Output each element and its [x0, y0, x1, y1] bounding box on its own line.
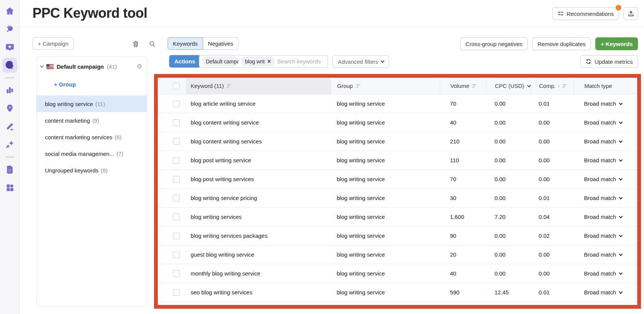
- actions-button[interactable]: Actions: [169, 55, 200, 68]
- tab-keywords[interactable]: Keywords: [168, 37, 203, 50]
- match-type-dropdown[interactable]: Broad match: [584, 251, 622, 258]
- row-checkbox[interactable]: [173, 251, 180, 258]
- keyword-cell: guest blog writing service: [191, 251, 254, 258]
- keyword-filter-input[interactable]: Default campa blog writ × Search keyword…: [199, 55, 328, 68]
- chevron-down-icon: [619, 271, 623, 275]
- volume-cell: 590: [450, 289, 459, 296]
- sort-icon[interactable]: [472, 84, 477, 88]
- row-checkbox[interactable]: [173, 195, 180, 202]
- cpc-cell: 7.20: [495, 214, 505, 220]
- column-header-keyword[interactable]: Keyword (11): [186, 78, 331, 94]
- match-type-dropdown[interactable]: Broad match: [584, 176, 622, 182]
- table-row: blog content writing services blog writi…: [158, 132, 637, 151]
- row-checkbox[interactable]: [173, 270, 180, 277]
- match-type-dropdown[interactable]: Broad match: [584, 214, 622, 220]
- cross-group-negatives-button[interactable]: Cross-group negatives: [460, 37, 528, 50]
- row-checkbox[interactable]: [173, 138, 180, 145]
- tab-negatives[interactable]: Negatives: [203, 37, 239, 50]
- recommendations-button[interactable]: Recommendations: [552, 7, 619, 20]
- ai-sparkles-icon[interactable]: [2, 137, 17, 152]
- campaign-row[interactable]: Default campaign (41) ⚙: [37, 57, 147, 76]
- app-sidebar: [0, 0, 20, 314]
- column-header-volume[interactable]: Volume: [440, 78, 486, 94]
- select-all-checkbox[interactable]: [173, 83, 180, 89]
- match-type-dropdown[interactable]: Broad match: [584, 270, 622, 277]
- keyword-cell: blog writing services: [191, 214, 242, 220]
- comp-cell: 0.00: [539, 270, 550, 277]
- advanced-filters-button[interactable]: Advanced filters: [333, 55, 389, 68]
- group-item-ungrouped-keywords[interactable]: Ungrouped keywords (8): [37, 162, 147, 179]
- group-item-blog-writing-service[interactable]: blog writing service (11): [37, 95, 147, 112]
- table-row: guest blog writing service blog writing …: [158, 245, 637, 264]
- search-keywords-placeholder: Search keywords: [277, 58, 320, 65]
- info-icon[interactable]: i: [558, 83, 559, 89]
- local-map-pin-icon[interactable]: [2, 101, 17, 116]
- match-type-dropdown[interactable]: Broad match: [584, 100, 622, 107]
- row-checkbox[interactable]: [173, 157, 180, 164]
- update-metrics-button[interactable]: Update metrics: [580, 55, 638, 68]
- table-row: blog writing services blog writing servi…: [158, 208, 637, 226]
- table-row: blog post writing service blog writing s…: [158, 151, 637, 170]
- table-row: blog post writing services blog writing …: [158, 170, 637, 189]
- row-checkbox[interactable]: [173, 119, 180, 126]
- home-icon[interactable]: [2, 3, 17, 18]
- match-type-dropdown[interactable]: Broad match: [584, 119, 622, 126]
- remove-duplicates-button[interactable]: Remove duplicates: [532, 37, 591, 50]
- campaign-tree-panel: Default campaign (41) ⚙ + Group blog wri…: [36, 57, 147, 306]
- filter-chip-campaign[interactable]: Default campa: [202, 57, 239, 66]
- sort-icon[interactable]: [227, 84, 231, 88]
- group-cell: blog writing service: [337, 100, 385, 107]
- table-header: Keyword (11) Group Volume CPC (USD) Comp…: [158, 78, 637, 94]
- keyword-cell: seo blog writing services: [191, 289, 252, 296]
- analytics-icon[interactable]: [2, 83, 17, 98]
- column-header-cpc[interactable]: CPC (USD): [486, 78, 530, 94]
- export-button[interactable]: [624, 7, 638, 20]
- add-campaign-button[interactable]: + Campaign: [32, 37, 74, 50]
- advertising-icon[interactable]: [2, 58, 17, 73]
- row-checkbox[interactable]: [173, 176, 180, 183]
- gear-icon[interactable]: ⚙: [137, 63, 142, 70]
- checklist-icon: [558, 11, 564, 17]
- cpc-cell: 0.00: [495, 138, 505, 145]
- apps-grid-icon[interactable]: [2, 180, 17, 195]
- row-checkbox[interactable]: [173, 232, 180, 239]
- keyword-cell: blog content writing services: [191, 138, 262, 145]
- table-body: blog article writing service blog writin…: [158, 94, 637, 302]
- column-header-group[interactable]: Group: [331, 78, 440, 94]
- filter-chip-keyword[interactable]: blog writ ×: [241, 57, 274, 66]
- us-flag-icon: [46, 64, 54, 69]
- group-item-content-marketing[interactable]: content marketing (9): [37, 112, 147, 129]
- group-cell: blog writing service: [337, 138, 385, 145]
- chevron-down-icon: [619, 177, 623, 180]
- add-group-link[interactable]: + Group: [37, 76, 147, 92]
- reports-icon[interactable]: [2, 162, 17, 177]
- add-keywords-button[interactable]: + Keywords: [595, 37, 638, 50]
- match-type-dropdown[interactable]: Broad match: [584, 232, 622, 239]
- campaign-count: (41): [107, 63, 117, 70]
- row-checkbox[interactable]: [173, 100, 180, 107]
- row-checkbox[interactable]: [173, 289, 180, 296]
- column-header-comp[interactable]: Comp. i: [530, 78, 574, 94]
- group-item-content-marketing-services[interactable]: content marketing services (6): [37, 129, 147, 145]
- delete-trash-icon[interactable]: [131, 40, 140, 48]
- comp-cell: 0.02: [539, 232, 550, 239]
- match-type-dropdown[interactable]: Broad match: [584, 138, 622, 145]
- keyword-cell: blog content writing service: [191, 119, 259, 126]
- search-icon[interactable]: [148, 40, 156, 48]
- match-type-dropdown[interactable]: Broad match: [584, 195, 622, 201]
- close-icon[interactable]: ×: [267, 58, 271, 65]
- row-checkbox[interactable]: [173, 214, 180, 220]
- volume-cell: 70: [450, 100, 456, 107]
- match-type-dropdown[interactable]: Broad match: [584, 157, 622, 163]
- volume-cell: 110: [450, 157, 459, 163]
- match-type-dropdown[interactable]: Broad match: [584, 289, 622, 296]
- keyword-research-icon[interactable]: [2, 22, 17, 37]
- sort-icon[interactable]: [356, 84, 361, 88]
- social-media-icon[interactable]: [2, 40, 17, 55]
- content-pencil-icon[interactable]: [2, 119, 17, 134]
- group-item-social-media-management[interactable]: social media managemen... (7): [37, 145, 147, 162]
- sidebar-divider: [5, 77, 15, 78]
- comp-cell: 0.00: [539, 119, 550, 126]
- cpc-cell: 0.00: [495, 176, 505, 182]
- sort-icon[interactable]: [562, 84, 567, 88]
